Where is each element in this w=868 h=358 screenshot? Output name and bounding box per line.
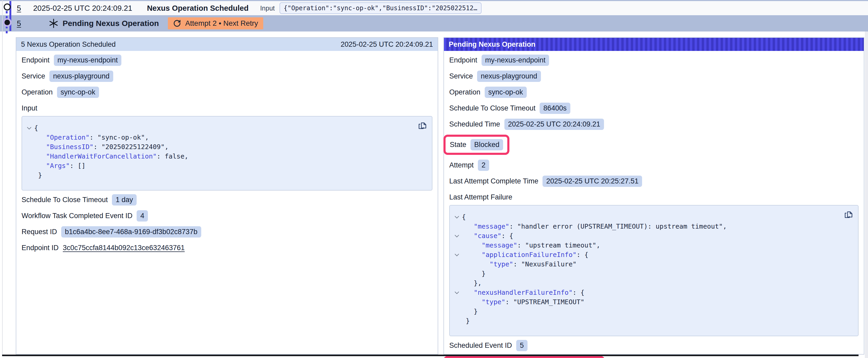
code-line: { — [452, 212, 853, 222]
code-line: "BusinessID": "20250225122409", — [24, 142, 427, 152]
field-value-request-id: b1c6a4bc-8ee7-468a-9169-df3b02c8737b — [61, 226, 201, 237]
gutter — [24, 171, 34, 180]
code-text: "BusinessID": "20250225122409", — [34, 142, 169, 152]
input-label: Input — [260, 4, 275, 12]
field-label-workflow-task-completed-event-id: Workflow Task Completed Event ID — [22, 212, 132, 220]
gutter — [452, 260, 462, 269]
field-label-endpoint: Endpoint — [22, 56, 50, 64]
field-row-state: StateBlocked — [443, 135, 859, 155]
annotation-highlight-box: StateBlocked — [443, 135, 509, 155]
field-inner: Workflow Task Completed Event ID4 — [22, 210, 148, 222]
event-row-pending[interactable]: 5 Pending Nexus Operation Attempt 2 • Ne… — [0, 15, 868, 32]
field-label-last-attempt-complete-time: Last Attempt Complete Time — [449, 177, 538, 185]
field-label-scheduled-event-id: Scheduled Event ID — [449, 341, 512, 350]
field-value-service: nexus-playground — [50, 71, 113, 82]
field-label-state: State — [450, 141, 466, 149]
filled-circle-icon — [4, 20, 10, 25]
annotation-highlight-box: Blocked ReasonThe circuit breaker is ope… — [443, 356, 605, 358]
code-line: } — [24, 171, 427, 180]
field-label-attempt: Attempt — [449, 161, 474, 169]
input-preview-chip[interactable]: {"Operation":"sync-op-ok","BusinessID":"… — [280, 2, 482, 14]
event-timeline — [0, 0, 16, 37]
code-line: } — [452, 269, 853, 279]
retry-arrow-icon — [173, 20, 181, 27]
field-inner: Servicenexus-playground — [449, 71, 541, 82]
code-line: "message": "handler error (UPSTREAM_TIME… — [452, 222, 853, 231]
field-label-endpoint: Endpoint — [449, 56, 477, 64]
pending-panel-body: Endpointmy-nexus-endpointServicenexus-pl… — [444, 55, 864, 358]
gutter — [452, 241, 462, 250]
field-inner: Endpointmy-nexus-endpoint — [449, 55, 549, 66]
pending-operation-panel: Pending Nexus Operation Endpointmy-nexus… — [443, 37, 864, 355]
code-text: } — [462, 316, 470, 326]
pending-event-id-link[interactable]: 5 — [17, 19, 21, 28]
code-text: "message": "upstream timeout", — [462, 241, 600, 250]
chevron-down-icon[interactable] — [24, 123, 34, 133]
code-text: { — [34, 123, 38, 133]
field-value-service: nexus-playground — [477, 71, 541, 82]
code-line: "Operation": "sync-op-ok", — [24, 133, 427, 142]
field-label-schedule-to-close-timeout: Schedule To Close Timeout — [22, 196, 108, 204]
field-value-attempt: 2 — [478, 160, 489, 171]
field-row-attempt: Attempt2 — [449, 160, 859, 171]
field-row-request-id: Request IDb1c6a4bc-8ee7-468a-9169-df3b02… — [22, 226, 432, 237]
code-line: "cause": { — [452, 231, 853, 241]
event-name: Nexus Operation Scheduled — [147, 4, 249, 12]
scheduled-fields-after: Schedule To Close Timeout1 dayWorkflow T… — [22, 194, 432, 253]
field-row-schedule-to-close-timeout: Schedule To Close Timeout1 day — [22, 194, 432, 205]
attempt-retry-badge: Attempt 2 • Next Retry — [168, 17, 263, 29]
code-text: "applicationFailureInfo": { — [462, 250, 588, 260]
field-inner: Scheduled Time2025-02-25 UTC 20:24:09.21 — [449, 119, 604, 130]
copy-icon[interactable] — [417, 120, 428, 131]
field-label-operation: Operation — [449, 88, 480, 96]
code-text: "nexusHandlerFailureInfo": { — [462, 288, 585, 297]
scheduled-fields: Endpointmy-nexus-endpointServicenexus-pl… — [22, 55, 432, 98]
window-bottom-divider — [2, 355, 859, 356]
scheduled-panel-body: Endpointmy-nexus-endpointServicenexus-pl… — [16, 55, 438, 253]
field-inner: Servicenexus-playground — [22, 71, 113, 82]
field-row-endpoint: Endpointmy-nexus-endpoint — [22, 55, 432, 66]
field-label-schedule-to-close-timeout: Schedule To Close Timeout — [449, 104, 535, 112]
field-value-workflow-task-completed-event-id: 4 — [136, 210, 148, 222]
code-text: } — [462, 269, 486, 279]
field-value-schedule-to-close-timeout: 1 day — [112, 194, 136, 205]
code-line: "type": "NexusFailure" — [452, 260, 853, 269]
field-row-workflow-task-completed-event-id: Workflow Task Completed Event ID4 — [22, 210, 432, 222]
code-text: "cause": { — [462, 231, 513, 241]
gutter — [24, 142, 34, 152]
chevron-down-icon[interactable] — [452, 231, 462, 241]
field-value-schedule-to-close-timeout: 86400s — [539, 103, 570, 114]
field-value-scheduled-event-id: 5 — [516, 340, 528, 351]
pending-panel-title: Pending Nexus Operation — [449, 40, 535, 48]
failure-json-code: { "message": "handler error (UPSTREAM_TI… — [452, 212, 853, 326]
code-line: } — [452, 307, 853, 316]
field-row-endpoint: Endpointmy-nexus-endpoint — [449, 55, 859, 66]
chevron-down-icon[interactable] — [452, 288, 462, 297]
input-section-label: Input — [22, 104, 432, 112]
copy-icon[interactable] — [843, 209, 854, 220]
event-row-scheduled[interactable]: 5 2025-02-25 UTC 20:24:09.21 Nexus Opera… — [0, 0, 868, 15]
field-inner: Scheduled Event ID5 — [449, 340, 528, 351]
code-line: "Args": [] — [24, 161, 427, 171]
scheduled-panel-timestamp: 2025-02-25 UTC 20:24:09.21 — [341, 40, 433, 48]
field-label-scheduled-time: Scheduled Time — [449, 120, 500, 128]
code-text: "HandlerWaitForCancellation": false, — [34, 152, 188, 161]
failure-section-label: Last Attempt Failure — [449, 193, 859, 201]
chevron-down-icon[interactable] — [452, 212, 462, 222]
field-row-last-attempt-complete-time: Last Attempt Complete Time2025-02-25 UTC… — [449, 175, 859, 187]
gutter — [452, 222, 462, 231]
scheduled-panel-header: 5 Nexus Operation Scheduled 2025-02-25 U… — [16, 38, 438, 51]
event-id-link[interactable]: 5 — [17, 4, 21, 12]
scheduled-event-panel: 5 Nexus Operation Scheduled 2025-02-25 U… — [16, 37, 438, 355]
scrollbar-track[interactable] — [865, 32, 868, 358]
field-value-endpoint-id[interactable]: 3c0c75ccfa8144b092c13ce632463761 — [63, 244, 185, 252]
pending-panel-header: Pending Nexus Operation — [444, 38, 864, 51]
field-inner: Endpointmy-nexus-endpoint — [22, 55, 121, 66]
field-row-blocked-reason: Blocked ReasonThe circuit breaker is ope… — [443, 356, 859, 358]
field-inner: Endpoint ID3c0c75ccfa8144b092c13ce632463… — [22, 244, 185, 252]
code-line: }, — [452, 279, 853, 288]
chevron-down-icon[interactable] — [452, 250, 462, 260]
input-json-code: { "Operation": "sync-op-ok", "BusinessID… — [24, 123, 427, 180]
field-row-scheduled-event-id: Scheduled Event ID5 — [449, 340, 859, 351]
event-detail-panels: 5 Nexus Operation Scheduled 2025-02-25 U… — [16, 37, 868, 355]
